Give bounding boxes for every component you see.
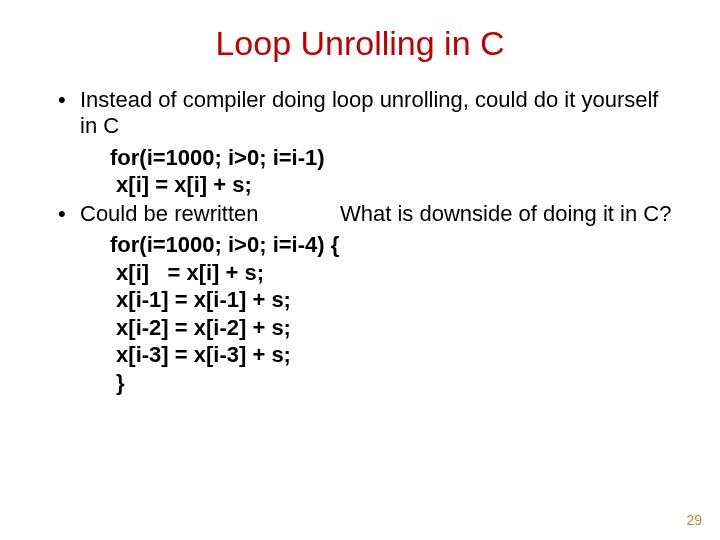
code-block-original: for(i=1000; i>0; i=i-1) x[i] = x[i] + s; (110, 144, 680, 199)
bullet-list: Instead of compiler doing loop unrolling… (40, 87, 680, 140)
slide-title: Loop Unrolling in C (40, 24, 680, 63)
callout-question: What is downside of doing it in C? (340, 201, 671, 227)
bullet-2-row: Could be rewritten What is downside of d… (40, 201, 680, 227)
slide: Loop Unrolling in C Instead of compiler … (0, 0, 720, 540)
bullet-1: Instead of compiler doing loop unrolling… (52, 87, 680, 140)
page-number: 29 (686, 512, 702, 528)
code-block-unrolled: for(i=1000; i>0; i=i-4) { x[i] = x[i] + … (110, 231, 680, 396)
